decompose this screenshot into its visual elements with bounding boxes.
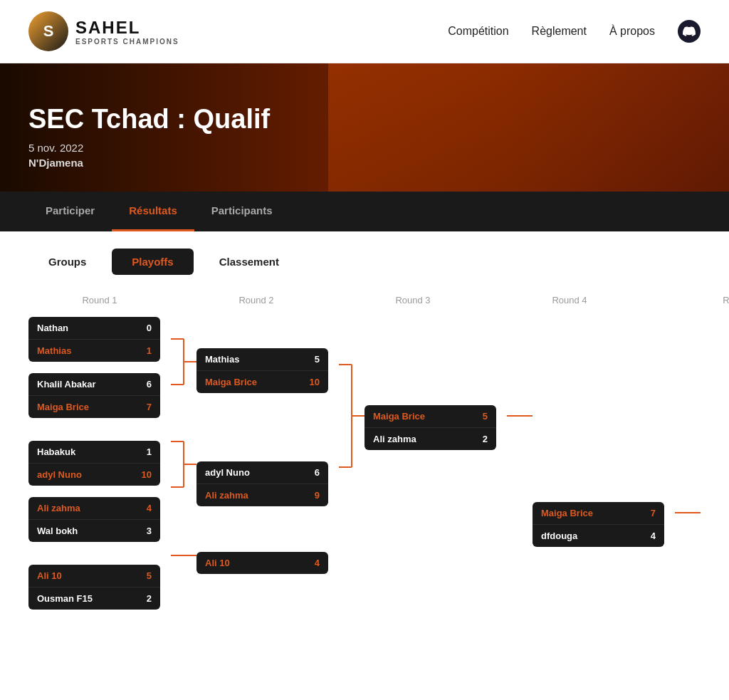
r1-m5-p1-score: 5: [147, 570, 152, 581]
r1-m4-p1-score: 4: [147, 503, 152, 513]
r1-m5-p1-name: Ali 10: [37, 570, 62, 581]
r1-m3-p1-name: Habakuk: [37, 446, 75, 457]
r1-m5-p2: Ousman F15 2: [28, 587, 160, 610]
r1-m1-p2-score: 1: [147, 345, 152, 356]
r1-match2: Khalil Abakar 6 Maiga Brice 7: [28, 373, 171, 418]
r1-m2-p2-score: 7: [147, 402, 152, 412]
brand-sub: ESPORTS CHAMPIONS: [75, 38, 179, 46]
r3-m1-p1-name: Maiga Brice: [373, 411, 425, 422]
nav-apropos[interactable]: À propos: [609, 25, 655, 38]
r1-m4-p2: Wal bokh 3: [28, 519, 160, 542]
main-nav: Compétition Règlement À propos: [448, 20, 701, 43]
r1-m2-p2-name: Maiga Brice: [37, 402, 89, 412]
r3-m1-p1: Maiga Brice 5: [364, 405, 496, 427]
r1-m4-p1-name: Ali zahma: [37, 503, 80, 513]
r2-match3-box: Ali 10 4: [196, 552, 328, 574]
hero-title: SEC Tchad : Qualif: [28, 105, 270, 135]
r1-m3-p2-name: adyl Nuno: [37, 469, 82, 480]
r1-m4-p2-name: Wal bokh: [37, 526, 78, 536]
r2-m1-p2-score: 10: [310, 377, 320, 387]
tab-participants[interactable]: Participants: [194, 192, 290, 231]
r3-m1-p2-name: Ali zahma: [373, 434, 416, 444]
r4-m1-p2-score: 4: [651, 531, 656, 541]
r2-match3: Ali 10 4: [196, 552, 339, 574]
tabs-bar: Participer Résultats Participants: [0, 192, 729, 231]
r1-match2-box: Khalil Abakar 6 Maiga Brice 7: [28, 373, 160, 418]
r3-m1-p2: Ali zahma 2: [364, 427, 496, 450]
r1-match4-box: Ali zahma 4 Wal bokh 3: [28, 497, 160, 542]
r2-m1-p1-name: Mathias: [205, 354, 239, 365]
r4-m1-p1-score: 7: [651, 508, 656, 518]
round-header-2: Round 2: [185, 295, 327, 305]
r1-m4-p2-score: 3: [147, 526, 152, 536]
r2-m1-p2: Maiga Brice 10: [196, 370, 328, 393]
nav-competition[interactable]: Compétition: [448, 25, 508, 38]
nav-reglement[interactable]: Règlement: [532, 25, 587, 38]
r3-match1: Maiga Brice 5 Ali zahma 2: [364, 405, 507, 450]
tab-participer[interactable]: Participer: [28, 192, 112, 231]
connector-svg-1-2: [171, 317, 196, 659]
r3-m1-p2-score: 2: [483, 434, 488, 444]
filter-tabs: Groups Playoffs Classement: [28, 249, 701, 275]
discord-button[interactable]: [678, 20, 701, 43]
r2-m2-p2: Ali zahma 9: [196, 484, 328, 506]
r2-m2-p2-name: Ali zahma: [205, 490, 248, 501]
connector-svg-3-4: [507, 317, 533, 659]
rounds-header: Round 1 Round 2 Round 3 Round 4 R: [28, 295, 729, 305]
r1-m5-p2-score: 2: [147, 593, 152, 604]
r1-m4-p1: Ali zahma 4: [28, 497, 160, 519]
hero-location: N'Djamena: [28, 157, 270, 169]
r4-match1: Maiga Brice 7 dfdouga 4: [533, 502, 675, 547]
r2-m3-p1: Ali 10 4: [196, 552, 328, 574]
round4-col: Maiga Brice 7 dfdouga 4: [533, 317, 675, 547]
r2-m2-p2-score: 9: [315, 490, 320, 501]
r1-m5-p2-name: Ousman F15: [37, 593, 93, 604]
r1-m1-p1-name: Nathan: [37, 323, 68, 333]
round3-col: Maiga Brice 5 Ali zahma 2: [364, 317, 507, 450]
r2-m2-p1: adyl Nuno 6: [196, 461, 328, 484]
r1-match3-box: Habakuk 1 adyl Nuno 10: [28, 441, 160, 486]
filter-classement[interactable]: Classement: [199, 249, 299, 275]
r1-m3-p2-score: 10: [142, 469, 152, 480]
filter-groups[interactable]: Groups: [28, 249, 106, 275]
round-header-5: R: [655, 295, 729, 305]
r3-match1-box: Maiga Brice 5 Ali zahma 2: [364, 405, 496, 450]
r2-match1: Mathias 5 Maiga Brice 10: [196, 348, 339, 393]
r2-m1-p2-name: Maiga Brice: [205, 377, 257, 387]
r1-m1-p1: Nathan 0: [28, 317, 160, 339]
r1-match4: Ali zahma 4 Wal bokh 3: [28, 497, 171, 542]
tab-resultats[interactable]: Résultats: [112, 192, 194, 231]
r1-match5-box: Ali 10 5 Ousman F15 2: [28, 565, 160, 610]
r1-match3: Habakuk 1 adyl Nuno 10: [28, 441, 171, 486]
logo-icon: S: [28, 11, 68, 51]
r1-m2-p1-name: Khalil Abakar: [37, 379, 96, 390]
r1-m3-p1: Habakuk 1: [28, 441, 160, 463]
r4-match1-box: Maiga Brice 7 dfdouga 4: [533, 502, 664, 547]
r2-match1-box: Mathias 5 Maiga Brice 10: [196, 348, 328, 393]
r1-m2-p2: Maiga Brice 7: [28, 395, 160, 418]
round-header-4: Round 4: [498, 295, 641, 305]
r1-m5-p1: Ali 10 5: [28, 565, 160, 587]
r3-m1-p1-score: 5: [483, 411, 488, 422]
r1-match1: Nathan 0 Mathias 1: [28, 317, 171, 362]
r2-match2-box: adyl Nuno 6 Ali zahma 9: [196, 461, 328, 506]
r2-m3-p1-name: Ali 10: [205, 558, 230, 568]
round-header-1: Round 1: [28, 295, 171, 305]
bracket-wrapper: Round 1 Round 2 Round 3 Round 4 R Nathan…: [28, 295, 729, 659]
r1-m1-p2: Mathias 1: [28, 339, 160, 362]
r1-match1-box: Nathan 0 Mathias 1: [28, 317, 160, 362]
r4-m1-p2: dfdouga 4: [533, 524, 664, 547]
r2-match2: adyl Nuno 6 Ali zahma 9: [196, 461, 339, 506]
r1-m2-p1: Khalil Abakar 6: [28, 373, 160, 395]
round1-col: Nathan 0 Mathias 1 Khalil Abakar: [28, 317, 171, 610]
r4-m1-p1: Maiga Brice 7: [533, 502, 664, 524]
discord-icon: [683, 25, 696, 38]
r2-m2-p1-score: 6: [315, 467, 320, 478]
brand-name: SAHEL: [75, 18, 179, 38]
r1-match5: Ali 10 5 Ousman F15 2: [28, 565, 171, 610]
round-header-3: Round 3: [342, 295, 484, 305]
filter-playoffs[interactable]: Playoffs: [112, 249, 193, 275]
connector-svg-2-3: [339, 317, 364, 659]
main-content: Groups Playoffs Classement Round 1 Round…: [0, 231, 729, 676]
logo-area: S SAHEL ESPORTS CHAMPIONS: [28, 11, 179, 51]
